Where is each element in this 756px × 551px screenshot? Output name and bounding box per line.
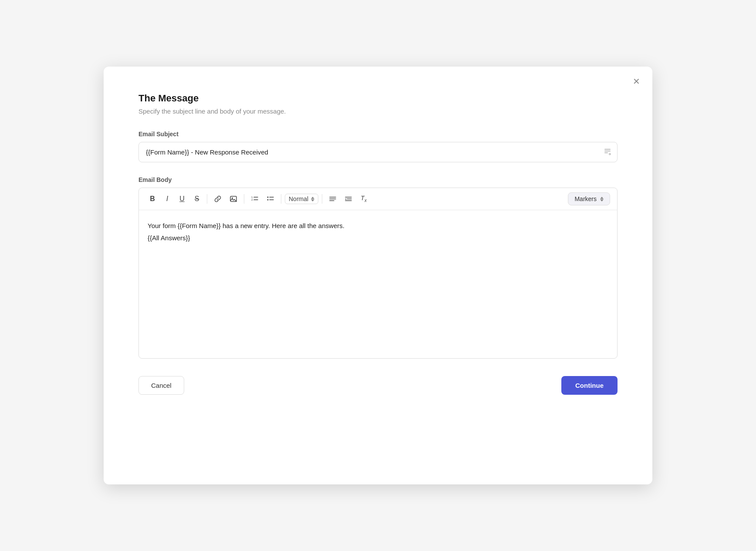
editor-toolbar: B I U S [139, 188, 617, 210]
font-style-select[interactable]: Normal [285, 194, 318, 204]
font-style-chevron [311, 197, 314, 202]
email-subject-section: Email Subject [138, 131, 618, 162]
cancel-button[interactable]: Cancel [138, 376, 184, 395]
close-icon: ✕ [633, 77, 640, 86]
svg-text:2.: 2. [251, 198, 253, 201]
svg-rect-1 [604, 151, 611, 151]
email-body-section: Email Body B I U S [138, 176, 618, 359]
divider-3 [281, 194, 281, 204]
editor-line-1: Your form {{Form Name}} has a new entry.… [148, 221, 608, 231]
divider-2 [244, 194, 244, 204]
page-title: The Message [138, 93, 618, 104]
align-button[interactable] [326, 192, 340, 205]
editor-line-2: {{All Answers}} [148, 233, 608, 243]
close-button[interactable]: ✕ [631, 75, 642, 87]
bold-button[interactable]: B [146, 192, 159, 205]
clear-format-label: Tx [361, 195, 367, 203]
divider-1 [207, 194, 207, 204]
markers-chevron [600, 197, 604, 202]
continue-button[interactable]: Continue [561, 376, 618, 395]
divider-4 [322, 194, 322, 204]
editor-content-area[interactable]: Your form {{Form Name}} has a new entry.… [139, 210, 617, 358]
markers-label: Markers [574, 195, 597, 202]
email-subject-input[interactable] [138, 142, 618, 162]
markers-button[interactable]: Markers [568, 192, 610, 205]
dialog: ✕ The Message Specify the subject line a… [104, 67, 652, 484]
strikethrough-button[interactable]: S [190, 192, 203, 205]
email-body-label: Email Body [138, 176, 618, 183]
email-subject-wrap [138, 142, 618, 162]
footer-buttons: Cancel Continue [138, 376, 618, 395]
subject-insert-icon [604, 148, 611, 157]
svg-point-5 [232, 198, 233, 199]
font-style-label: Normal [289, 195, 308, 202]
underline-button[interactable]: U [176, 192, 189, 205]
email-subject-label: Email Subject [138, 131, 618, 138]
link-button[interactable] [211, 192, 225, 205]
svg-rect-2 [604, 152, 608, 153]
svg-point-11 [267, 199, 269, 201]
svg-rect-0 [604, 149, 611, 150]
indent-button[interactable] [341, 192, 355, 205]
image-button[interactable] [226, 192, 240, 205]
ordered-list-button[interactable]: 1. 2. [248, 192, 262, 205]
svg-point-10 [267, 197, 269, 198]
clear-format-button[interactable]: Tx [357, 192, 370, 205]
page-subtitle: Specify the subject line and body of you… [138, 108, 618, 115]
italic-button[interactable]: I [161, 192, 174, 205]
email-body-editor: B I U S [138, 188, 618, 359]
unordered-list-button[interactable] [263, 192, 277, 205]
